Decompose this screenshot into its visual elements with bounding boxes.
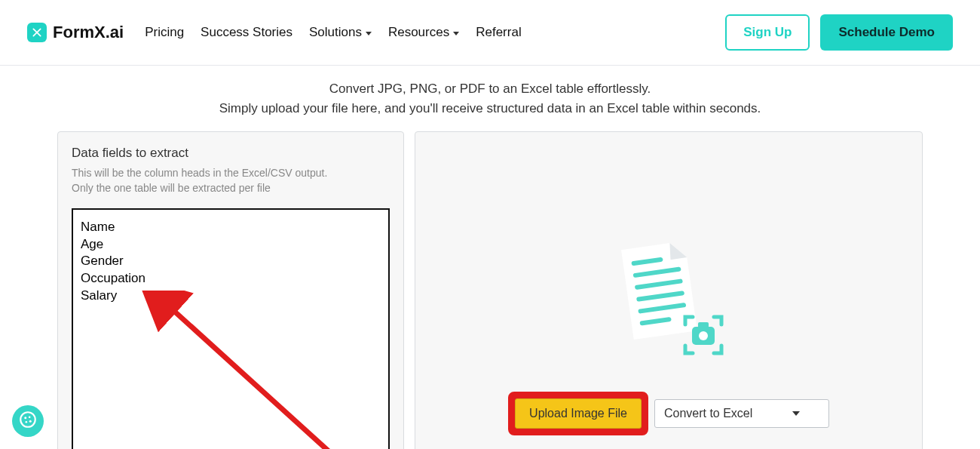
- cookie-settings-button[interactable]: [12, 405, 44, 437]
- upload-row: Upload Image File Convert to Excel: [508, 392, 829, 435]
- nav-success-stories[interactable]: Success Stories: [201, 25, 292, 40]
- convert-format-label: Convert to Excel: [664, 407, 752, 420]
- chevron-down-icon: [453, 32, 459, 35]
- header: FormX.ai Pricing Success Stories Solutio…: [0, 0, 980, 66]
- nav-resources[interactable]: Resources: [388, 25, 459, 40]
- svg-point-19: [29, 420, 32, 423]
- nav: Pricing Success Stories Solutions Resour…: [145, 25, 522, 40]
- svg-point-18: [26, 421, 28, 423]
- nav-referral[interactable]: Referral: [476, 25, 521, 40]
- hero-text: Convert JPG, PNG, or PDF to an Excel tab…: [0, 79, 980, 118]
- svg-rect-11: [698, 322, 709, 328]
- upload-panel: Upload Image File Convert to Excel We ac…: [415, 131, 923, 449]
- svg-marker-3: [668, 241, 687, 260]
- sign-up-button[interactable]: Sign Up: [725, 14, 810, 51]
- document-scan-illustration: [612, 238, 725, 366]
- logo-icon: [27, 23, 47, 42]
- upload-button-highlight: Upload Image File: [508, 392, 648, 435]
- cookie-icon: [18, 410, 38, 432]
- fields-title: Data fields to extract: [72, 146, 390, 161]
- logo-text: FormX.ai: [53, 23, 124, 42]
- hero-line-2: Simply upload your file here, and you'll…: [0, 99, 980, 118]
- nav-solutions[interactable]: Solutions: [309, 25, 372, 40]
- fields-hint: This will be the column heads in the Exc…: [72, 165, 390, 196]
- upload-image-button[interactable]: Upload Image File: [515, 398, 642, 429]
- logo[interactable]: FormX.ai: [27, 23, 124, 42]
- convert-format-select[interactable]: Convert to Excel: [654, 399, 829, 428]
- chevron-down-icon: [366, 32, 372, 35]
- svg-point-17: [29, 416, 31, 418]
- nav-pricing[interactable]: Pricing: [145, 25, 184, 40]
- svg-point-16: [24, 417, 26, 419]
- main-columns: Data fields to extract This will be the …: [57, 131, 923, 449]
- schedule-demo-button[interactable]: Schedule Demo: [820, 14, 953, 51]
- hero-line-1: Convert JPG, PNG, or PDF to an Excel tab…: [0, 79, 980, 99]
- fields-panel: Data fields to extract This will be the …: [57, 131, 404, 449]
- fields-textarea[interactable]: [72, 208, 390, 449]
- chevron-down-icon: [792, 411, 800, 416]
- svg-point-12: [699, 331, 708, 340]
- svg-point-15: [20, 412, 35, 427]
